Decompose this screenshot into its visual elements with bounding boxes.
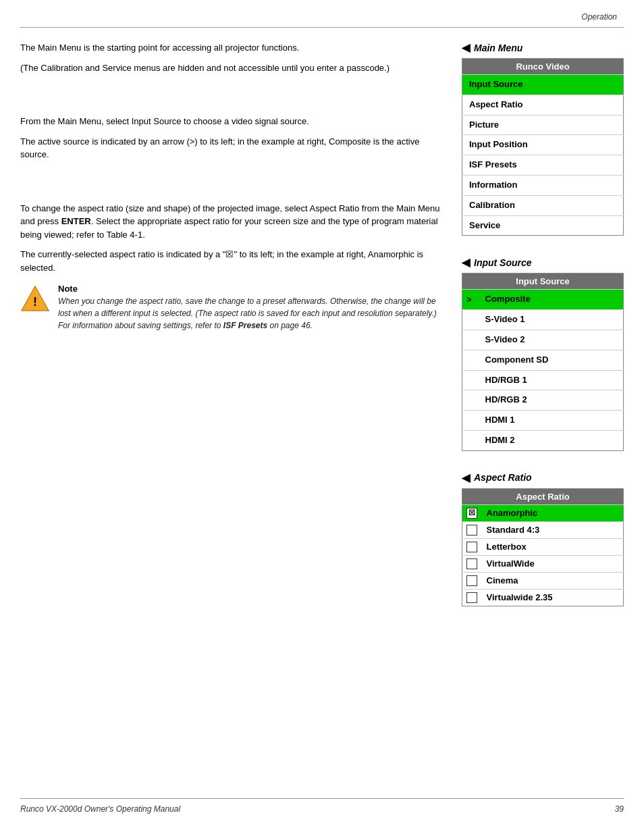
input-hdmi2: HDMI 2 — [479, 430, 624, 450]
table-row: Input Source — [462, 75, 624, 95]
table-row: S-Video 1 — [462, 310, 624, 330]
aspect-ratio-para-1: To change the aspect ratio (size and sha… — [20, 202, 441, 242]
table-row: Standard 4:3 — [462, 521, 624, 538]
input-source-arrow: ◀ — [462, 256, 470, 269]
table-row: Picture — [462, 115, 624, 135]
aspect-letterbox: Letterbox — [483, 538, 624, 555]
aspect-ratio-left: To change the aspect ratio (size and sha… — [20, 202, 441, 332]
footer-page: 39 — [615, 804, 624, 814]
table-row: Service — [462, 215, 624, 236]
note-label: Note — [58, 284, 441, 294]
table-row: Letterbox — [462, 538, 624, 555]
checkbox-standard — [466, 525, 477, 536]
input-component-sd: Component SD — [479, 350, 624, 370]
aspect-anamorphic: Anamorphic — [483, 504, 624, 521]
table-row: HDMI 1 — [462, 411, 624, 431]
checkbox-anamorphic: ☒ — [466, 508, 477, 519]
aspect-ratio-right: ◀ Aspect Ratio Aspect Ratio ☒ Anamorphic — [462, 471, 624, 606]
input-source-table: Input Source > Composite S-Video 1 S-Vid… — [462, 273, 624, 450]
menu-item-information: Information — [462, 175, 624, 195]
page-header: Operation — [0, 0, 644, 27]
aspect-cinema: Cinema — [483, 572, 624, 589]
svg-text:!: ! — [33, 295, 37, 309]
input-svideo1: S-Video 1 — [479, 310, 624, 330]
aspect-ratio-table: Aspect Ratio ☒ Anamorphic Standard 4:3 — [462, 488, 624, 606]
checkbox-letterbox — [466, 542, 477, 552]
input-source-para-1: From the Main Menu, select Input Source … — [20, 115, 441, 128]
input-source-left: From the Main Menu, select Input Source … — [20, 115, 441, 161]
menu-item-isf-presets: ISF Presets — [462, 155, 624, 176]
table-row: S-Video 2 — [462, 330, 624, 350]
table-row: Input Position — [462, 135, 624, 155]
page-footer: Runco VX-2000d Owner's Operating Manual … — [20, 798, 624, 814]
main-menu-para-2: (The Calibration and Service menus are h… — [20, 61, 441, 75]
table-row: Virtualwide 2.35 — [462, 589, 624, 606]
main-menu-arrow: ◀ — [462, 41, 470, 54]
table-row: > Composite — [462, 290, 624, 310]
table-row: ☒ Anamorphic — [462, 504, 624, 521]
aspect-standard: Standard 4:3 — [483, 521, 624, 538]
input-hdrgb1: HD/RGB 1 — [479, 370, 624, 390]
table-row: Aspect Ratio — [462, 95, 624, 115]
right-column: ◀ Main Menu Runco Video Input Source Asp… — [462, 41, 624, 627]
main-menu-para-1: The Main Menu is the starting point for … — [20, 41, 441, 55]
warning-icon: ! — [20, 284, 50, 313]
table-row: Information — [462, 175, 624, 195]
input-source-title-row: Input Source — [462, 273, 624, 290]
table-row: ISF Presets — [462, 155, 624, 176]
menu-item-aspect-ratio: Aspect Ratio — [462, 95, 624, 115]
table-row: HD/RGB 2 — [462, 390, 624, 411]
main-menu-left: The Main Menu is the starting point for … — [20, 41, 441, 74]
main-menu-heading: ◀ Main Menu — [462, 41, 624, 54]
input-hdrgb2: HD/RGB 2 — [479, 390, 624, 411]
main-menu-right: ◀ Main Menu Runco Video Input Source Asp… — [462, 41, 624, 236]
main-menu-title-row: Runco Video — [462, 59, 624, 75]
checkbox-cinema — [466, 575, 477, 586]
aspect-ratio-arrow: ◀ — [462, 471, 470, 484]
input-source-para-2: The active source is indicated by an arr… — [20, 135, 441, 161]
footer-left: Runco VX-2000d Owner's Operating Manual — [20, 804, 180, 814]
menu-item-service: Service — [462, 215, 624, 236]
note-box: ! Note When you change the aspect ratio,… — [20, 284, 441, 332]
table-row: Calibration — [462, 195, 624, 215]
checkbox-virtualwide235 — [466, 592, 477, 603]
menu-item-input-source: Input Source — [462, 75, 624, 95]
table-row: Component SD — [462, 350, 624, 370]
menu-item-picture: Picture — [462, 115, 624, 135]
input-svideo2: S-Video 2 — [479, 330, 624, 350]
table-row: HD/RGB 1 — [462, 370, 624, 390]
aspect-ratio-heading: ◀ Aspect Ratio — [462, 471, 624, 484]
table-row: Cinema — [462, 572, 624, 589]
input-source-right: ◀ Input Source Input Source > Composite … — [462, 256, 624, 450]
note-text: When you change the aspect ratio, save t… — [58, 296, 437, 330]
aspect-virtualwide: VirtualWide — [483, 555, 624, 572]
aspect-virtualwide235: Virtualwide 2.35 — [483, 589, 624, 606]
menu-item-input-position: Input Position — [462, 135, 624, 155]
table-row: VirtualWide — [462, 555, 624, 572]
input-composite: Composite — [479, 290, 624, 310]
note-content: Note When you change the aspect ratio, s… — [58, 284, 441, 332]
menu-item-calibration: Calibration — [462, 195, 624, 215]
main-menu-table: Runco Video Input Source Aspect Ratio Pi… — [462, 58, 624, 236]
aspect-ratio-title-row: Aspect Ratio — [462, 488, 624, 504]
input-hdmi1: HDMI 1 — [479, 411, 624, 431]
table-row: HDMI 2 — [462, 430, 624, 450]
checkbox-virtualwide — [466, 558, 477, 569]
left-column: The Main Menu is the starting point for … — [20, 41, 448, 627]
input-source-heading: ◀ Input Source — [462, 256, 624, 269]
aspect-ratio-para-2: The currently-selected aspect ratio is i… — [20, 248, 441, 274]
